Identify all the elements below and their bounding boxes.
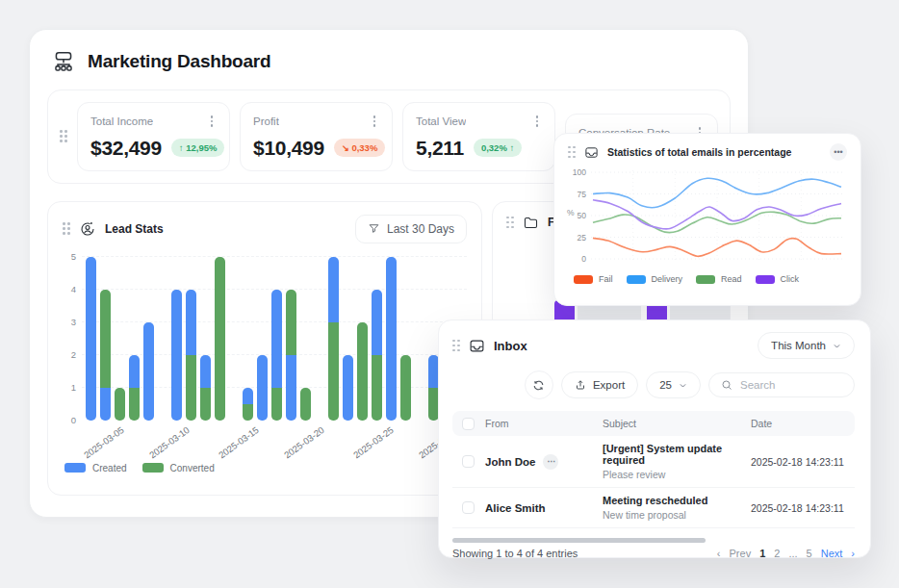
subject-cell: [Urgent] System update requiredPlease re… [603, 443, 751, 480]
lead-bar-segment-created [100, 388, 111, 421]
page-title: Marketing Dashboard [88, 51, 270, 72]
lead-bar [143, 257, 154, 421]
lead-bar-segment-created [372, 290, 382, 355]
lead-bar [343, 257, 353, 421]
pagination-chev-next[interactable]: › [851, 548, 855, 559]
email-y-tick: 25 [578, 233, 586, 243]
email-y-tick: 75 [578, 190, 586, 199]
page-size-value: 25 [659, 379, 672, 391]
lead-bar-segment-converted [100, 290, 111, 388]
lead-bar [100, 257, 111, 421]
pagination-chev-prev[interactable]: ‹ [717, 548, 721, 559]
pagination-prev[interactable]: Prev [730, 548, 752, 559]
email-y-axis: % 1007550250 [568, 168, 591, 265]
kebab-menu-icon[interactable] [370, 114, 380, 129]
lead-bar-segment-created [386, 257, 397, 421]
lead-y-tick: 2 [71, 349, 76, 360]
pagination-ellipsis[interactable]: ... [788, 548, 797, 559]
lead-bar [372, 257, 382, 421]
lead-bar-segment-created [171, 290, 182, 421]
date-cell: 2025-02-18 14:23:11 [751, 502, 853, 514]
lead-bar-segment-converted [129, 388, 140, 421]
lead-bar-segment-created [186, 290, 196, 355]
row-checkbox[interactable] [462, 501, 475, 514]
lead-stats-drag-handle[interactable] [63, 222, 70, 235]
lead-bar [115, 257, 125, 421]
row-menu-button[interactable]: ⋯ [543, 454, 558, 470]
screen: Marketing Dashboard Total Income $32,499… [0, 0, 899, 588]
email-stats-card: Statistics of total emails in percentage… [553, 133, 861, 306]
inbox-table-row[interactable]: John Doe⋯[Urgent] System update required… [452, 436, 855, 488]
lead-bar-segment-converted [186, 355, 196, 421]
select-all-checkbox[interactable] [462, 418, 475, 430]
folder-drag-handle[interactable] [506, 217, 514, 229]
legend-swatch [696, 275, 715, 284]
stat-card-total-view: Total View 5,211 0,32% ↑ [402, 102, 555, 171]
search-input[interactable] [740, 379, 842, 391]
refresh-icon [532, 379, 545, 392]
pagination-page-5[interactable]: 5 [807, 548, 812, 559]
lead-bar-segment-converted [300, 388, 311, 421]
email-line-chart: % 1007550250 [568, 168, 847, 265]
page-size-dropdown[interactable]: 25 [646, 371, 701, 398]
lead-bar-segment-created [271, 290, 282, 388]
legend-item-converted: Converted [142, 463, 215, 473]
row-checkbox[interactable] [462, 455, 475, 468]
lead-bar-segment-created [243, 388, 253, 404]
stat-value: 5,211 [416, 137, 464, 160]
pagination-page-2[interactable]: 2 [774, 548, 780, 559]
filter-button[interactable]: Last 30 Days [355, 215, 467, 243]
refresh-button[interactable] [525, 371, 553, 399]
folder-icon [523, 215, 539, 231]
stats-drag-handle[interactable] [60, 130, 67, 142]
email-y-tick: 0 [581, 254, 586, 264]
export-label: Export [593, 379, 625, 391]
inbox-table-row[interactable]: Alice SmithMeeting rescheduledNew time p… [452, 488, 855, 528]
export-button[interactable]: Export [561, 371, 638, 398]
lead-x-tick: 2025-03-25 [351, 424, 396, 460]
period-dropdown[interactable]: This Month [758, 332, 855, 359]
legend-item-read: Read [696, 274, 742, 284]
search-icon [721, 379, 732, 391]
trend-badge: ↘ 0,33% [334, 139, 386, 157]
lead-bar-segment-converted [215, 257, 225, 421]
kebab-menu-icon[interactable] [532, 114, 543, 129]
pagination-next[interactable]: Next [821, 548, 843, 559]
lead-bar [200, 257, 211, 421]
lead-user-icon [79, 220, 96, 238]
email-y-tick: 100 [573, 167, 586, 177]
lead-bar-segment-created [343, 355, 353, 421]
lead-bar [257, 257, 268, 421]
lead-bar [328, 257, 339, 421]
email-stats-drag-handle[interactable] [568, 146, 576, 159]
lead-bar [271, 257, 282, 421]
lead-y-tick: 1 [71, 382, 76, 393]
email-chart-canvas [591, 168, 843, 265]
legend-item-delivery: Delivery [627, 274, 683, 284]
pagination-page-1[interactable]: 1 [759, 548, 765, 559]
trend-badge: 0,32% ↑ [474, 139, 522, 157]
funnel-icon [368, 222, 380, 235]
inbox-table: From Subject Date John Doe⋯[Urgent] Syst… [452, 411, 855, 528]
scrollbar-thumb[interactable] [452, 538, 706, 543]
from-cell: John Doe⋯ [485, 454, 603, 470]
kebab-menu-icon[interactable] [207, 114, 218, 129]
chevron-down-icon [679, 381, 687, 390]
column-header-date: Date [751, 418, 853, 429]
lead-y-tick: 3 [71, 317, 76, 327]
trend-badge: ↑ 12,95% [171, 139, 225, 157]
lead-stats-card: Lead Stats Last 30 Days 543210 [47, 201, 482, 496]
sitemap-icon [51, 49, 76, 74]
inbox-icon [469, 338, 485, 354]
legend-swatch [627, 275, 646, 284]
dashboard-header: Marketing Dashboard [30, 30, 748, 88]
more-options-button[interactable]: ••• [830, 143, 847, 161]
lead-bar-segment-converted [357, 322, 368, 421]
envelope-icon [584, 145, 599, 160]
inbox-drag-handle[interactable] [452, 340, 460, 352]
lead-stats-title: Lead Stats [105, 222, 164, 236]
legend-item-click: Click [756, 274, 800, 284]
inbox-footer: Showing 1 to 4 of 4 entries ‹Prev12...5N… [452, 548, 855, 559]
lead-plot [82, 257, 467, 421]
search-field[interactable] [708, 372, 855, 397]
